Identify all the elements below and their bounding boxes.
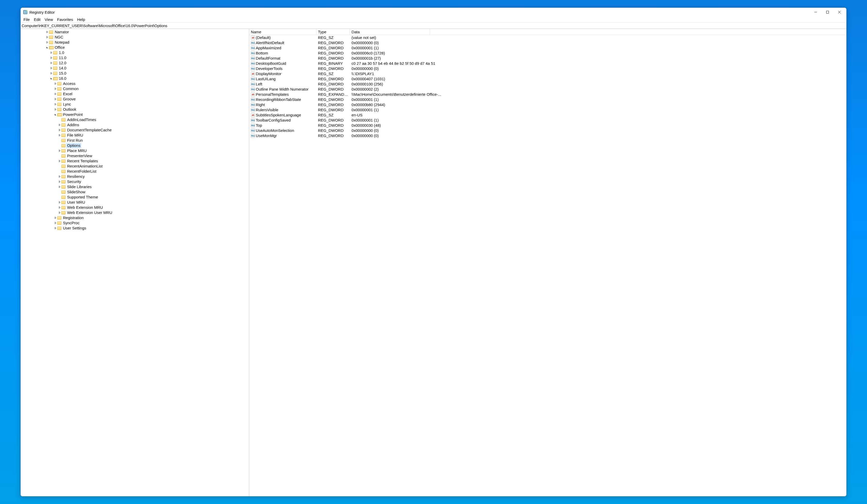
tree-node[interactable]: PresenterView [21, 153, 249, 159]
tree-node[interactable]: Registration [21, 215, 249, 221]
chevron-right-icon[interactable] [58, 159, 61, 164]
value-row[interactable]: 011ToolbarConfigSavedREG_DWORD0x00000001… [249, 118, 846, 123]
tree-node[interactable]: Narrator [21, 30, 249, 35]
tree-node[interactable]: Resiliency [21, 174, 249, 179]
value-row[interactable]: 011Outline Pane Width NumeratorREG_DWORD… [249, 87, 846, 92]
tree-node[interactable]: Office [21, 45, 249, 50]
tree-node[interactable]: Security [21, 179, 249, 184]
value-row[interactable]: ab(Default)REG_SZ(value not set) [249, 35, 846, 40]
tree-node[interactable]: 15.0 [21, 71, 249, 76]
tree-node[interactable]: Access [21, 81, 249, 86]
value-row[interactable]: 011UseAutoMonSelectionREG_DWORD0x0000000… [249, 128, 846, 133]
value-row[interactable]: 011RecordingRibbonTabStateREG_DWORD0x000… [249, 97, 846, 102]
chevron-right-icon[interactable] [45, 40, 49, 45]
tree-node[interactable]: NGC [21, 35, 249, 40]
value-row[interactable]: 011RightREG_DWORD0x00000b80 (2944) [249, 102, 846, 107]
tree-node[interactable]: RecentAnimationList [21, 164, 249, 169]
address-bar[interactable]: Computer\HKEY_CURRENT_USER\Software\Micr… [21, 23, 846, 29]
values-list[interactable]: ab(Default)REG_SZ(value not set)011Alert… [249, 35, 846, 496]
header-type[interactable]: Type [317, 29, 350, 35]
chevron-right-icon[interactable] [58, 184, 61, 190]
chevron-right-icon[interactable] [58, 128, 61, 133]
tree-node[interactable]: Place MRU [21, 148, 249, 153]
registry-tree[interactable]: NarratorNGCNotepadOffice1.011.012.014.01… [21, 29, 249, 496]
tree-node[interactable]: Slide Libraries [21, 184, 249, 190]
menu-view[interactable]: View [43, 17, 55, 22]
tree-node[interactable]: SlideShow [21, 190, 249, 195]
value-row[interactable]: abPersonalTemplatesREG_EXPAND_SZ\\Mac\Ho… [249, 92, 846, 97]
value-row[interactable]: 011DeveloperToolsREG_DWORD0x00000000 (0) [249, 66, 846, 71]
value-row[interactable]: 011AppMaximizedREG_DWORD0x00000001 (1) [249, 45, 846, 51]
chevron-right-icon[interactable] [58, 210, 61, 215]
chevron-right-icon[interactable] [58, 148, 61, 153]
tree-node[interactable]: Recent Templates [21, 159, 249, 164]
tree-node[interactable]: AddInLoadTimes [21, 117, 249, 122]
chevron-down-icon[interactable] [54, 112, 57, 117]
menu-edit[interactable]: Edit [32, 17, 42, 22]
value-row[interactable]: abSubtitlesSpokenLanguageREG_SZen-US [249, 112, 846, 118]
tree-node[interactable]: PowerPoint [21, 112, 249, 117]
chevron-right-icon[interactable] [50, 55, 53, 61]
tree-node[interactable]: 11.0 [21, 55, 249, 61]
value-row[interactable]: 011BottomREG_DWORD0x000006c0 (1728) [249, 51, 846, 56]
chevron-right-icon[interactable] [45, 30, 49, 35]
value-row[interactable]: 011UseMonMgrREG_DWORD0x00000000 (0) [249, 133, 846, 138]
chevron-down-icon[interactable] [50, 76, 53, 81]
tree-node[interactable]: File MRU [21, 133, 249, 138]
chevron-right-icon[interactable] [50, 50, 53, 55]
tree-node[interactable]: User MRU [21, 200, 249, 205]
chevron-right-icon[interactable] [54, 226, 57, 231]
value-row[interactable]: 011AlertIfNotDefaultREG_DWORD0x00000000 … [249, 40, 846, 45]
chevron-right-icon[interactable] [54, 221, 57, 226]
tree-node[interactable]: 12.0 [21, 61, 249, 66]
chevron-right-icon[interactable] [54, 97, 57, 102]
chevron-right-icon[interactable] [54, 215, 57, 221]
tree-node[interactable]: Web Extension User MRU [21, 210, 249, 215]
tree-node[interactable]: Excel [21, 92, 249, 97]
menu-help[interactable]: Help [75, 17, 87, 22]
tree-node[interactable]: 1.0 [21, 50, 249, 55]
tree-node[interactable]: Common [21, 86, 249, 92]
header-data[interactable]: Data [350, 29, 430, 35]
tree-node[interactable]: Supported Theme [21, 195, 249, 200]
chevron-right-icon[interactable] [58, 205, 61, 210]
minimize-button[interactable] [810, 8, 822, 16]
chevron-right-icon[interactable] [50, 71, 53, 76]
tree-node[interactable]: Outlook [21, 107, 249, 112]
tree-node[interactable]: Lync [21, 102, 249, 107]
tree-node[interactable]: User Settings [21, 226, 249, 231]
chevron-right-icon[interactable] [54, 107, 57, 112]
chevron-down-icon[interactable] [45, 45, 49, 50]
chevron-right-icon[interactable] [45, 35, 49, 40]
chevron-right-icon[interactable] [54, 86, 57, 92]
chevron-right-icon[interactable] [54, 81, 57, 86]
tree-node[interactable]: Notepad [21, 40, 249, 45]
chevron-right-icon[interactable] [58, 179, 61, 184]
tree-node[interactable]: RecentFolderList [21, 169, 249, 174]
chevron-right-icon[interactable] [54, 102, 57, 107]
value-row[interactable]: 011DesktopBootGuidREG_BINARYc0 27 aa 30 … [249, 61, 846, 66]
tree-node[interactable]: DocumentTemplateCache [21, 128, 249, 133]
tree-node[interactable]: AddIns [21, 122, 249, 128]
tree-node[interactable]: Options [21, 143, 249, 148]
value-row[interactable]: 011DefaultFormatREG_DWORD0x0000001b (27) [249, 56, 846, 61]
maximize-button[interactable] [822, 8, 833, 16]
chevron-right-icon[interactable] [58, 133, 61, 138]
value-row[interactable]: 011LeftREG_DWORD0x00000100 (256) [249, 82, 846, 87]
chevron-right-icon[interactable] [54, 92, 57, 97]
titlebar[interactable]: Registry Editor [21, 8, 846, 17]
close-button[interactable] [833, 8, 845, 16]
tree-node[interactable]: First Run [21, 138, 249, 143]
chevron-right-icon[interactable] [50, 66, 53, 71]
menu-favorites[interactable]: Favorites [55, 17, 75, 22]
tree-node[interactable]: 16.0 [21, 76, 249, 81]
header-spacer[interactable] [430, 29, 846, 35]
tree-node[interactable]: Groove [21, 97, 249, 102]
value-row[interactable]: 011TopREG_DWORD0x00000030 (48) [249, 123, 846, 128]
chevron-right-icon[interactable] [58, 174, 61, 179]
header-name[interactable]: Name [249, 29, 317, 35]
tree-node[interactable]: 14.0 [21, 66, 249, 71]
value-row[interactable]: 011LastUILangREG_DWORD0x00000407 (1031) [249, 76, 846, 82]
tree-node[interactable]: SyncProc [21, 221, 249, 226]
chevron-right-icon[interactable] [50, 61, 53, 66]
